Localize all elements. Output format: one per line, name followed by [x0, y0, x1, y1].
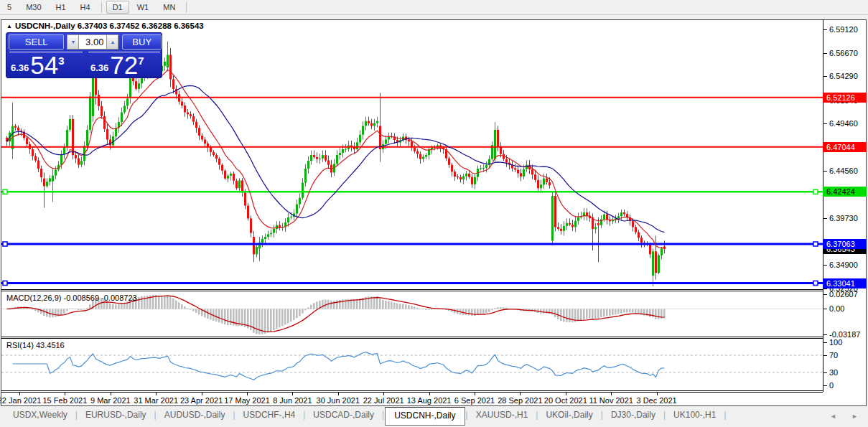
- symbol-timeframe-label: USDCNH-,Daily: [15, 22, 75, 30]
- date-tick: [338, 393, 339, 395]
- timeframe-mn[interactable]: MN: [157, 1, 182, 14]
- macd-name: MACD(12,26,9): [6, 294, 61, 302]
- timeframe-h4[interactable]: H4: [74, 1, 97, 14]
- level-handle[interactable]: [3, 242, 7, 246]
- price-tick-label: 6.49460: [829, 119, 858, 128]
- level-handle[interactable]: [3, 281, 7, 286]
- tab-dj30-daily[interactable]: DJ30-,Daily: [604, 407, 663, 423]
- date-label: 30 Jun 2021: [317, 396, 360, 405]
- date-label: 22 Jul 2021: [363, 396, 404, 405]
- date-label: 31 Mar 2021: [134, 396, 178, 405]
- date-tick: [156, 393, 157, 395]
- date-label: 6 Sep 2021: [454, 396, 495, 405]
- date-label: 28 Sep 2021: [498, 396, 542, 405]
- macd-values: -0.008569 -0.008723: [63, 294, 136, 302]
- buy-price-sup: 7: [138, 55, 144, 67]
- tab-audusd-daily[interactable]: AUDUSD-,Daily: [157, 407, 233, 423]
- tabs-scroll-right-icon[interactable]: ►: [851, 413, 858, 420]
- price-tick: [823, 53, 827, 54]
- tab-usdx-weekly[interactable]: USDX,Weekly: [6, 407, 75, 423]
- macd-tick-label: -0.03187: [829, 330, 860, 339]
- tab-usdcnh-daily[interactable]: USDCNH-,Daily: [385, 407, 465, 426]
- rsi-tick: [823, 355, 827, 356]
- timeframe-h1[interactable]: H1: [50, 1, 73, 14]
- ma-fast-line: [7, 70, 665, 248]
- price-tick-label: 6.39730: [829, 214, 858, 222]
- sell-price-sup: 3: [58, 55, 64, 67]
- price-tick: [823, 265, 827, 266]
- rsi-tick-label: 0: [829, 381, 834, 390]
- chart-tabs-bar: USDX,Weekly|EURUSD-,Daily|AUDUSD-,Daily|…: [0, 407, 868, 427]
- date-tick: [475, 393, 475, 395]
- date-tick: [611, 393, 612, 395]
- volume-input[interactable]: [79, 34, 106, 50]
- level-handle[interactable]: [813, 189, 818, 194]
- macd-tick: [823, 294, 827, 295]
- timeframe-m30[interactable]: M30: [19, 1, 47, 14]
- price-tick-label: 6.44560: [829, 166, 858, 175]
- date-tick: [19, 393, 20, 395]
- date-label: 20 Oct 2021: [544, 396, 587, 405]
- sell-button[interactable]: SELL: [9, 34, 64, 50]
- date-tick: [520, 393, 521, 395]
- price-tick-label: 6.59120: [829, 25, 858, 34]
- trade-controls-row: SELL ▼ ▲ BUY: [6, 34, 162, 50]
- rsi-pane-splitter[interactable]: [1, 337, 823, 339]
- mt4-terminal: 5M30H1H4D1W1MN ▲USDCNH-,Daily 6.37403 6.…: [0, 0, 868, 427]
- tab-usdcad-daily[interactable]: USDCAD-,Daily: [306, 407, 381, 423]
- xaxis-splitter: [1, 390, 823, 393]
- rsi-tick: [823, 342, 827, 343]
- date-tick: [657, 393, 658, 395]
- buy-price[interactable]: 6.36727: [90, 52, 144, 78]
- date-label: 11 Nov 2021: [589, 396, 633, 405]
- tab-uk100-h1[interactable]: UK100-,H1: [666, 407, 723, 423]
- price-tick-label: 6.56670: [829, 49, 858, 57]
- date-label: 13 Aug 2021: [407, 396, 452, 405]
- buy-price-base: 6.36: [90, 62, 108, 73]
- price-tick: [823, 29, 827, 30]
- ohlc-readout: 6.37403 6.37452 6.36288 6.36543: [78, 22, 204, 30]
- price-tick: [823, 123, 827, 124]
- price-axis-border: [823, 19, 823, 392]
- toolbar-separator: [101, 2, 102, 13]
- level-handle[interactable]: [813, 281, 818, 286]
- macd-pane-splitter[interactable]: [1, 289, 823, 291]
- macd-label: MACD(12,26,9) -0.008569 -0.008723: [6, 294, 137, 302]
- date-label: 15 Feb 2021: [43, 396, 88, 405]
- date-label: 3 Dec 2021: [636, 396, 676, 405]
- sell-price[interactable]: 6.36543: [11, 52, 65, 78]
- rsi-tick: [823, 385, 827, 386]
- tabs-scroll-left-icon[interactable]: ◄: [830, 413, 836, 420]
- level-handle[interactable]: [3, 189, 7, 194]
- timeframe-d1[interactable]: D1: [106, 1, 129, 14]
- macd-tick-label: 0.02607: [829, 290, 858, 299]
- date-tick: [429, 393, 430, 395]
- timeframe-5[interactable]: 5: [1, 1, 18, 14]
- chart-title: ▲USDCNH-,Daily 6.37403 6.37452 6.36288 6…: [6, 22, 204, 30]
- tab-eurusd-daily[interactable]: EURUSD-,Daily: [78, 407, 154, 423]
- rsi-label: RSI(14) 43.4516: [6, 341, 65, 349]
- date-label: 8 Jun 2021: [273, 396, 312, 405]
- volume-increase-button[interactable]: ▲: [106, 34, 118, 50]
- price-tick: [823, 288, 827, 289]
- rsi-tick-label: 30: [829, 368, 838, 377]
- tab-usdchf-h4[interactable]: USDCHF-,H4: [236, 407, 303, 423]
- level-handle[interactable]: [813, 242, 818, 246]
- rsi-pane[interactable]: [1, 339, 823, 390]
- triangle-down-icon: ▼: [70, 39, 75, 44]
- price-badge-6-37063: 6.37063: [823, 239, 867, 249]
- tab-ukoil-daily[interactable]: UKOil-,Daily: [538, 407, 599, 423]
- date-tick: [292, 393, 293, 395]
- buy-button[interactable]: BUY: [122, 34, 162, 50]
- timeframe-toolbar: 5M30H1H4D1W1MN: [0, 0, 868, 15]
- timeframe-w1[interactable]: W1: [131, 1, 156, 14]
- triangle-up-icon: ▲: [110, 39, 115, 44]
- date-label: 9 Mar 2021: [90, 396, 131, 405]
- price-badge-6-33041: 6.33041: [823, 278, 867, 288]
- price-badge-6-47044: 6.47044: [823, 142, 867, 152]
- volume-decrease-button[interactable]: ▼: [67, 34, 79, 50]
- tab-xauusd-h1[interactable]: XAUUSD-,H1: [469, 407, 536, 423]
- date-tick: [202, 393, 202, 395]
- ma-slow-line: [7, 85, 665, 232]
- price-tick: [823, 218, 827, 219]
